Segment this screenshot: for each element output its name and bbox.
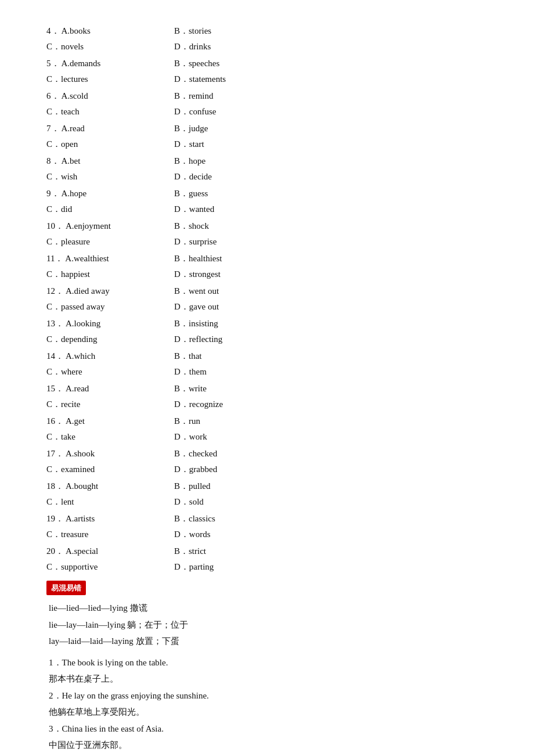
question-8: 8． A.betB．hopeC．wishD．decide: [46, 153, 488, 185]
tag-box: 易混易错: [46, 581, 86, 595]
question-12: 12． A.died awayB．went outC．passed awayD．…: [46, 283, 488, 315]
example-zh-1: 他躺在草地上享受阳光。: [49, 704, 488, 721]
example-en-3: 4．The cock lied to us that the egg lying…: [49, 754, 488, 756]
note-line-0: lie—lied—lied—lying 撒谎: [49, 600, 488, 617]
question-13: 13． A.lookingB．insistingC．dependingD．ref…: [46, 316, 488, 347]
question-7: 7． A.readB．judgeC．openD．start: [46, 121, 488, 152]
example-en-2: 3．China lies in the east of Asia.: [49, 721, 488, 737]
questions-container: 4． A.booksB．storiesC．novelsD．drinks5． A.…: [46, 23, 488, 575]
example-zh-0: 那本书在桌子上。: [49, 671, 488, 687]
note-line-1: lie—lay—lain—lying 躺；在于；位于: [49, 617, 488, 633]
question-16: 16． A.getB．runC．takeD．work: [46, 413, 488, 445]
question-11: 11． A.wealthiestB．healthiestC．happiestD．…: [46, 251, 488, 282]
question-9: 9． A.hopeB．guessC．didD．wanted: [46, 186, 488, 217]
question-6: 6． A.scoldB．remindC．teachD．confuse: [46, 88, 488, 120]
example-en-0: 1．The book is lying on the table.: [49, 654, 488, 671]
example-section: 1．The book is lying on the table.那本书在桌子上…: [46, 654, 488, 756]
note-section: lie—lied—lied—lying 撒谎lie—lay—lain—lying…: [46, 600, 488, 650]
question-20: 20． A.specialB．strictC．supportiveD．parti…: [46, 543, 488, 575]
example-zh-2: 中国位于亚洲东部。: [49, 737, 488, 754]
example-en-1: 2．He lay on the grass enjoying the sunsh…: [49, 687, 488, 704]
question-5: 5． A.demandsB．speechesC．lecturesD．statem…: [46, 56, 488, 87]
question-4: 4． A.booksB．storiesC．novelsD．drinks: [46, 23, 488, 55]
note-line-2: lay—laid—laid—laying 放置；下蛋: [49, 633, 488, 650]
question-19: 19． A.artistsB．classicsC．treasureD．words: [46, 511, 488, 542]
question-14: 14． A.whichB．thatC．whereD．them: [46, 348, 488, 380]
question-18: 18． A.boughtB．pulledC．lentD．sold: [46, 478, 488, 510]
question-17: 17． A.shookB．checkedC．examinedD．grabbed: [46, 446, 488, 477]
question-15: 15． A.readB．writeC．reciteD．recognize: [46, 381, 488, 412]
question-10: 10． A.enjoymentB．shockC．pleasureD．surpri…: [46, 218, 488, 250]
